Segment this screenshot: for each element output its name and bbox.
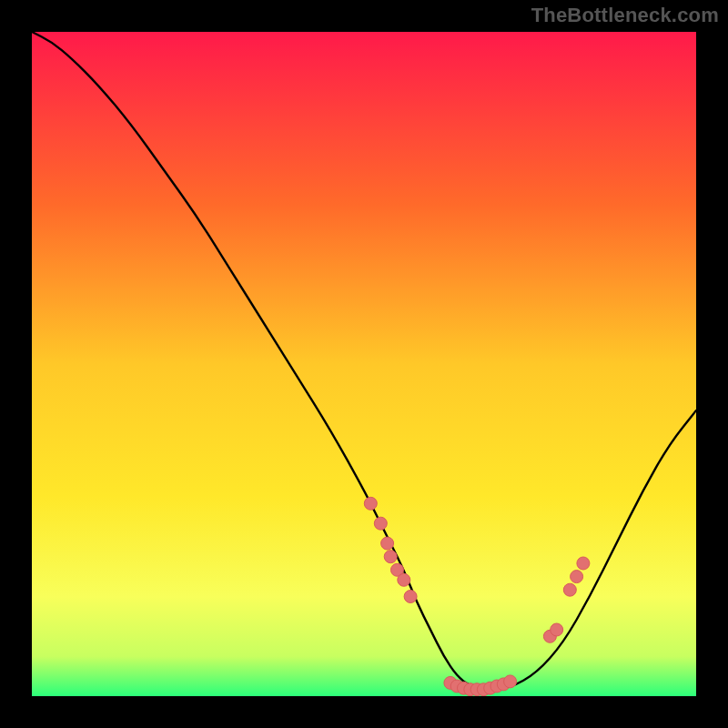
data-point bbox=[364, 497, 377, 510]
watermark-text: TheBottleneck.com bbox=[531, 4, 719, 27]
plot-area bbox=[32, 32, 696, 696]
data-point bbox=[404, 591, 417, 603]
data-point bbox=[384, 551, 397, 563]
data-point bbox=[551, 623, 563, 636]
chart-frame: TheBottleneck.com bbox=[0, 0, 728, 728]
data-point bbox=[381, 537, 394, 550]
data-point bbox=[571, 571, 583, 583]
data-point bbox=[504, 675, 517, 688]
data-point bbox=[374, 517, 387, 530]
chart-svg bbox=[32, 32, 696, 696]
data-point bbox=[577, 557, 590, 570]
gradient-background bbox=[32, 32, 696, 696]
data-point bbox=[398, 573, 410, 586]
data-point bbox=[563, 583, 576, 596]
